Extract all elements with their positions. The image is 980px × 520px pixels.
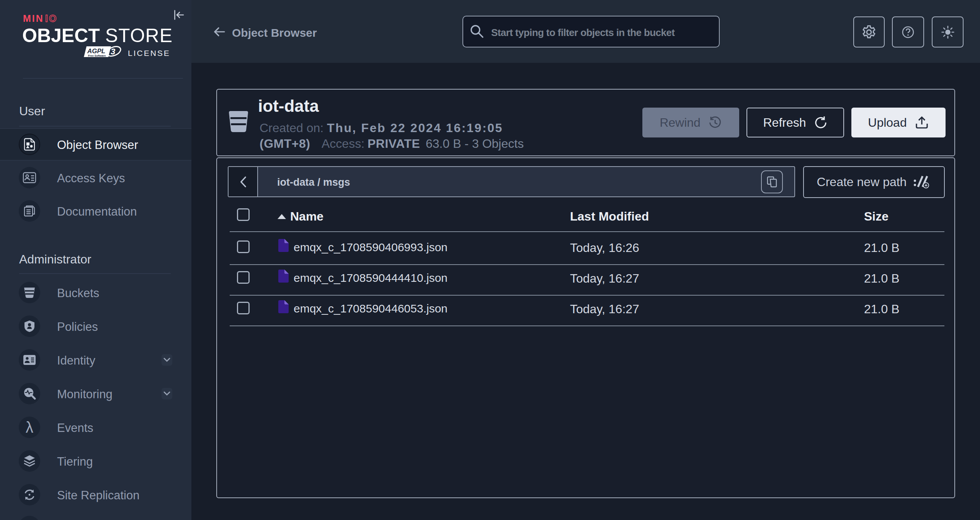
svg-text:IO: IO: [45, 14, 57, 24]
svg-text:MIN: MIN: [23, 14, 44, 24]
svg-text:AGPL: AGPL: [87, 47, 105, 55]
svg-text:3: 3: [111, 47, 115, 56]
svg-text:Free Software: Free Software: [88, 54, 106, 57]
